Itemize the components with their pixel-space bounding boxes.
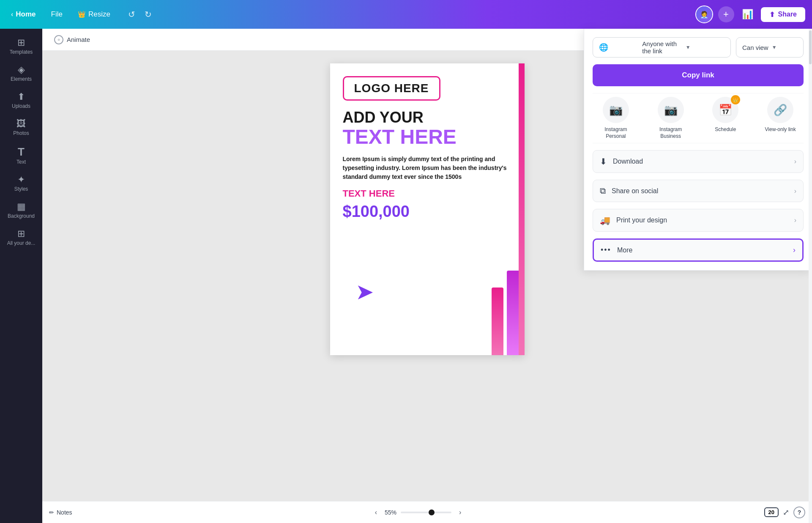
left-sidebar: ⊞ Templates ◈ Elements ⬆ Uploads 🖼 Photo… (0, 29, 42, 523)
header-file-button[interactable]: File (47, 8, 67, 21)
scrollbar-thumb[interactable] (809, 30, 812, 64)
arrow-graphic: ➤ (355, 279, 374, 304)
sidebar-item-background[interactable]: ▦ Background (2, 198, 40, 223)
add-your-text: ADD YOUR (343, 109, 512, 126)
resize-icon: 👑 (78, 11, 86, 18)
sidebar-item-label: Elements (11, 76, 32, 82)
design-canvas: LOGO HERE ADD YOUR TEXT HERE Lorem Ipsum… (330, 63, 525, 355)
share-social-chevron-icon: › (794, 187, 796, 195)
globe-icon: 🌐 (599, 43, 638, 52)
schedule-item[interactable]: 📅 👑 Schedule (703, 97, 749, 133)
download-icon: ⬇ (600, 156, 607, 167)
page-number-button[interactable]: 20 (764, 507, 779, 517)
sidebar-item-uploads[interactable]: ⬆ Uploads (2, 88, 40, 113)
share-button[interactable]: ⬆ Share (761, 7, 805, 22)
view-only-link-icon: 🔗 (767, 97, 793, 123)
sidebar-item-label: Templates (10, 49, 33, 55)
undo-button[interactable]: ↺ (125, 7, 139, 22)
print-design-icon: 🚚 (600, 215, 610, 225)
instagram-personal-item[interactable]: 📷 InstagramPersonal (593, 97, 639, 140)
share-icon: ⬆ (769, 11, 775, 19)
sidebar-item-label: All your de... (7, 240, 36, 246)
download-chevron-icon: › (794, 158, 796, 165)
bottom-center: ‹ 55% › (372, 506, 465, 519)
zoom-handle[interactable] (429, 509, 435, 515)
logo-box: LOGO HERE (343, 76, 440, 101)
text-here-small: TEXT HERE (343, 188, 512, 199)
download-left: ⬇ Download (600, 156, 643, 167)
notes-button[interactable]: ✏ Notes (49, 509, 72, 516)
print-design-label: Print your design (616, 216, 667, 224)
more-left: ••• More (601, 246, 632, 255)
elements-icon: ◈ (18, 65, 25, 74)
print-design-left: 🚚 Print your design (600, 215, 667, 225)
animate-label: Animate (67, 36, 90, 43)
home-button[interactable]: ‹ Home (7, 8, 40, 21)
download-label: Download (613, 158, 643, 165)
share-social-row[interactable]: ⧉ Share on social › (593, 180, 804, 202)
zoom-percent: 55% (385, 509, 396, 516)
schedule-label: Schedule (715, 126, 736, 133)
animate-button[interactable]: ○ Animate (49, 33, 95, 47)
instagram-personal-label: InstagramPersonal (604, 126, 627, 140)
print-design-chevron-icon: › (794, 216, 796, 224)
bar-1 (492, 288, 503, 355)
share-access-row: 🌐 Anyone with the link ▼ Can view ▼ (593, 37, 804, 58)
chevron-left-icon: ‹ (11, 11, 13, 18)
header-left: ‹ Home File 👑 Resize ↺ ↻ (7, 7, 690, 22)
sidebar-item-label: Styles (14, 186, 28, 192)
avatar-image: 🧑‍💼 (696, 6, 712, 22)
download-row[interactable]: ⬇ Download › (593, 150, 804, 173)
help-button[interactable]: ? (793, 507, 805, 518)
print-design-row[interactable]: 🚚 Print your design › (593, 209, 804, 232)
instagram-business-label: InstagramBusiness (659, 126, 682, 140)
avatar[interactable]: 🧑‍💼 (695, 5, 713, 23)
access-dropdown[interactable]: 🌐 Anyone with the link ▼ (593, 37, 731, 58)
sidebar-item-label: Photos (13, 130, 29, 136)
permission-label: Can view (742, 44, 768, 51)
access-chevron-icon: ▼ (686, 44, 725, 50)
header: ‹ Home File 👑 Resize ↺ ↻ 🧑‍💼 + 📊 ⬆ Share (0, 0, 812, 29)
resize-button[interactable]: 👑 Resize (74, 8, 115, 21)
sidebar-item-text[interactable]: T Text (2, 142, 40, 169)
bottom-bar: ✏ Notes ‹ 55% › 20 ⤢ ? (42, 501, 812, 523)
sidebar-item-elements[interactable]: ◈ Elements (2, 61, 40, 86)
lorem-text: Lorem Ipsum is simply dummy text of the … (343, 155, 512, 181)
more-dots: ••• (601, 246, 611, 255)
view-only-link-item[interactable]: 🔗 View-only link (757, 97, 804, 133)
copy-link-button[interactable]: Copy link (593, 64, 804, 86)
sidebar-item-label: Uploads (12, 103, 30, 109)
sidebar-item-styles[interactable]: ✦ Styles (2, 171, 40, 196)
sidebar-item-photos[interactable]: 🖼 Photos (2, 115, 40, 140)
bottom-left: ✏ Notes (49, 509, 72, 516)
bottom-right: 20 ⤢ ? (764, 507, 805, 518)
pink-strip (519, 63, 525, 355)
copy-link-label: Copy link (682, 71, 714, 79)
expand-button[interactable]: ⤢ (783, 508, 789, 517)
canvas-content: LOGO HERE ADD YOUR TEXT HERE Lorem Ipsum… (330, 63, 525, 355)
zoom-out-button[interactable]: ‹ (372, 506, 380, 519)
sidebar-item-templates[interactable]: ⊞ Templates (2, 34, 40, 59)
notes-label: Notes (57, 509, 72, 516)
redo-button[interactable]: ↻ (141, 7, 155, 22)
share-social-left: ⧉ Share on social (600, 186, 658, 196)
instagram-business-item[interactable]: 📷 InstagramBusiness (648, 97, 694, 140)
price-text: $100,000 (343, 203, 512, 221)
permission-dropdown[interactable]: Can view ▼ (736, 37, 804, 58)
view-only-link-label: View-only link (765, 126, 796, 133)
analytics-button[interactable]: 📊 (739, 6, 756, 22)
text-icon: T (18, 146, 25, 157)
add-collaborator-button[interactable]: + (718, 6, 734, 22)
zoom-slider[interactable] (401, 512, 451, 513)
background-icon: ▦ (17, 202, 26, 211)
sidebar-item-all-designs[interactable]: ⊞ All your de... (2, 225, 40, 250)
page-number: 20 (768, 509, 774, 515)
undo-redo-group: ↺ ↻ (125, 7, 155, 22)
more-row[interactable]: ••• More › (593, 238, 804, 262)
permission-chevron-icon: ▼ (772, 44, 777, 50)
logo-text: LOGO HERE (354, 82, 429, 95)
zoom-in-button[interactable]: › (456, 506, 465, 519)
instagram-business-icon: 📷 (658, 97, 684, 123)
scrollbar[interactable] (809, 29, 812, 523)
resize-label: Resize (88, 10, 110, 19)
